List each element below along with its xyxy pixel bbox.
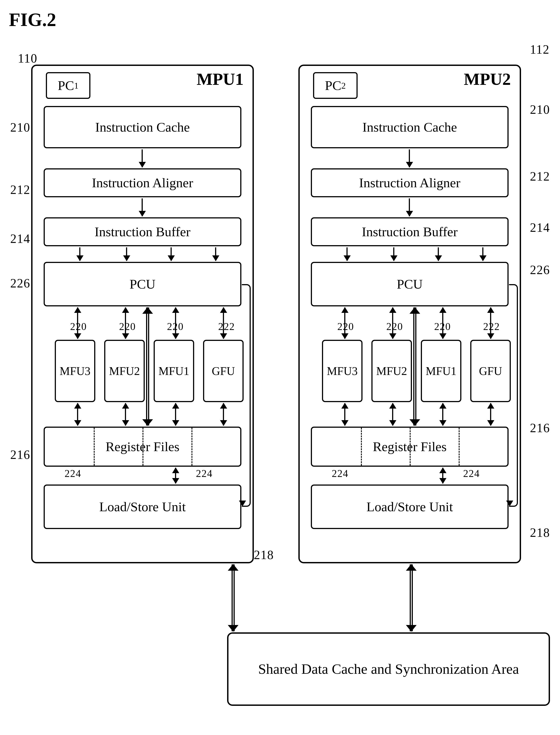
double-arrow-bi-icon (146, 307, 149, 426)
mpu1-gfu: GFU (203, 340, 244, 402)
pc2-sub: 2 (341, 80, 346, 91)
ref-220: 220 (70, 321, 87, 332)
mpu1-mfu2: MFU2 (104, 340, 145, 402)
pc2-label: PC (325, 78, 341, 93)
mpu2-instruction-buffer: Instruction Buffer (311, 217, 509, 246)
ref-212: 212 (530, 169, 550, 183)
ref-226: 226 (530, 263, 550, 277)
double-arrow-bi-icon (410, 564, 413, 631)
pc1-sub: 1 (74, 80, 79, 91)
arrow-bi-icon (442, 468, 443, 483)
mpu2-load-store: Load/Store Unit (311, 485, 509, 529)
ref-220: 220 (337, 321, 354, 332)
arrow-down-icon (393, 247, 394, 261)
arrow-down-icon (409, 198, 410, 216)
rf-divider-icon (361, 428, 362, 466)
pc1-box: PC1 (46, 72, 90, 99)
mpu1-block: MPU1 PC1 Instruction Cache Instruction A… (31, 65, 254, 563)
figure-label: FIG.2 (9, 9, 56, 31)
arrow-down-icon (482, 247, 483, 261)
ref-110: 110 (18, 51, 37, 65)
arrow-down-icon (438, 247, 439, 261)
arrow-bi-icon (175, 403, 176, 426)
pc2-box: PC2 (313, 72, 358, 99)
mpu2-instruction-cache: Instruction Cache (311, 106, 509, 148)
ref-216: 216 (530, 421, 550, 435)
rf-divider-icon (410, 428, 411, 466)
arrow-down-icon (142, 149, 143, 167)
arrow-bi-icon (223, 403, 224, 426)
ref-220: 220 (167, 321, 184, 332)
mpu1-register-files: Register Files (44, 427, 241, 467)
arrow-down-icon (215, 247, 216, 261)
mpu2-block: MPU2 PC2 Instruction Cache Instruction A… (298, 65, 521, 563)
feedback-line-icon (509, 284, 518, 507)
mpu1-instruction-cache: Instruction Cache (44, 106, 241, 148)
mpu1-load-store: Load/Store Unit (44, 485, 241, 529)
mpu2-mfu1: MFU1 (421, 340, 461, 402)
mpu1-instruction-buffer: Instruction Buffer (44, 217, 241, 246)
ref-210: 210 (10, 120, 30, 134)
arrow-bi-icon (175, 468, 176, 483)
arrow-down-icon (409, 149, 410, 167)
arrow-down-icon (79, 247, 80, 261)
arrow-down-icon (126, 247, 127, 261)
arrow-down-icon (171, 247, 172, 261)
figure-2: FIG.2 MPU1 PC1 Instruction Cache Instruc… (9, 9, 551, 726)
double-arrow-bi-icon (413, 307, 416, 426)
mpu2-gfu: GFU (470, 340, 511, 402)
mpu1-title: MPU1 (197, 69, 244, 89)
mpu2-pcu: PCU (311, 262, 509, 306)
ref-214: 214 (530, 220, 550, 235)
ref-226: 226 (10, 276, 30, 290)
pc1-label: PC (58, 78, 74, 93)
mpu2-title: MPU2 (464, 69, 511, 89)
mpu2-instruction-aligner: Instruction Aligner (311, 168, 509, 197)
ref-220: 220 (119, 321, 136, 332)
ref-224: 224 (463, 468, 480, 479)
mpu1-mfu1: MFU1 (154, 340, 194, 402)
rf-divider-icon (143, 428, 143, 466)
ref-212: 212 (10, 183, 30, 197)
arrow-bi-icon (77, 403, 78, 426)
mpu2-mfu3: MFU3 (322, 340, 362, 402)
arrow-down-icon (509, 506, 510, 506)
rf-divider-icon (459, 428, 460, 466)
arrow-bi-icon (344, 403, 345, 426)
mpu2-register-files: Register Files (311, 427, 509, 467)
shared-cache-block: Shared Data Cache and Synchronization Ar… (227, 632, 550, 706)
ref-218: 218 (530, 525, 550, 540)
feedback-line-icon (242, 284, 251, 507)
arrow-down-icon (242, 506, 243, 506)
rf-divider-icon (191, 428, 192, 466)
mpu1-fu-row: MFU3 MFU2 MFU1 GFU (55, 340, 244, 402)
ref-222: 222 (483, 321, 500, 332)
ref-224: 224 (196, 468, 213, 479)
ref-220: 220 (386, 321, 403, 332)
arrow-bi-icon (490, 403, 491, 426)
rf-divider-icon (94, 428, 95, 466)
ref-210: 210 (530, 102, 550, 117)
mpu2-fu-row: MFU3 MFU2 MFU1 GFU (322, 340, 511, 402)
mpu1-mfu3: MFU3 (55, 340, 95, 402)
ref-216: 216 (10, 448, 30, 462)
ref-214: 214 (10, 232, 30, 246)
ref-218: 218 (254, 548, 274, 562)
mpu1-instruction-aligner: Instruction Aligner (44, 168, 241, 197)
ref-112: 112 (530, 42, 550, 57)
double-arrow-bi-icon (232, 564, 235, 631)
ref-224: 224 (332, 468, 348, 479)
ref-220: 220 (434, 321, 451, 332)
arrow-down-icon (142, 198, 143, 216)
arrow-down-icon (346, 247, 348, 261)
arrow-bi-icon (392, 403, 393, 426)
arrow-bi-icon (442, 403, 443, 426)
ref-224: 224 (65, 468, 81, 479)
mpu2-mfu2: MFU2 (371, 340, 412, 402)
ref-222: 222 (218, 321, 235, 332)
arrow-bi-icon (125, 403, 126, 426)
mpu1-pcu: PCU (44, 262, 241, 306)
